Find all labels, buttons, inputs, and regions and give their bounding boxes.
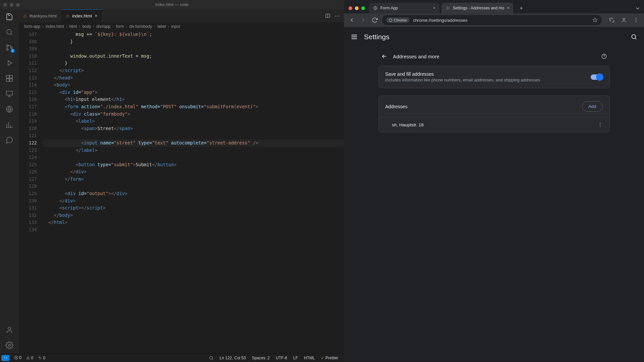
live-share-icon[interactable]: [5, 105, 13, 113]
settings-gear-icon[interactable]: [5, 341, 13, 349]
run-debug-icon[interactable]: [5, 59, 13, 67]
tab-search-icon[interactable]: [635, 5, 641, 11]
svg-point-19: [636, 18, 636, 19]
chrome-toolbar: Chrome chrome://settings/addresses: [344, 13, 644, 27]
traffic-dot[interactable]: [3, 3, 7, 7]
vscode-activity-bar: 3: [0, 9, 19, 353]
status-feedback-icon[interactable]: [209, 356, 214, 360]
vscode-window-controls[interactable]: [3, 3, 20, 7]
toggle-subtitle: Includes information like phone numbers,…: [385, 78, 585, 82]
forward-button[interactable]: [359, 15, 368, 25]
svg-point-13: [40, 357, 40, 358]
close-icon[interactable]: ×: [433, 6, 435, 10]
svg-rect-8: [6, 91, 12, 95]
close-icon[interactable]: ×: [95, 13, 97, 18]
traffic-dot[interactable]: [10, 3, 13, 7]
more-icon[interactable]: ⋯: [334, 13, 340, 19]
status-ports[interactable]: 0: [38, 356, 45, 360]
maximize-window-icon[interactable]: [361, 6, 365, 10]
browser-tab-formapp[interactable]: Form App ×: [369, 3, 439, 13]
back-arrow-icon[interactable]: [381, 53, 388, 60]
status-encoding[interactable]: UTF-8: [276, 356, 287, 360]
breadcrumb-item[interactable]: div.formbody: [129, 24, 152, 29]
minimize-window-icon[interactable]: [355, 6, 359, 10]
breadcrumb-item[interactable]: input: [171, 24, 180, 29]
section-title: Addresses and more: [393, 54, 439, 59]
close-icon[interactable]: ×: [507, 6, 509, 10]
status-formatter[interactable]: Prettier: [321, 356, 338, 360]
editor-tab-index[interactable]: ◇ index.html ×: [61, 9, 102, 22]
comments-icon[interactable]: [5, 136, 13, 144]
address-entry-label: sh, Hauptstr. 18: [392, 122, 424, 127]
source-control-icon[interactable]: 3: [5, 44, 13, 52]
breadcrumb-item[interactable]: form: [116, 24, 124, 29]
chrome-window-controls[interactable]: [348, 6, 365, 10]
more-icon[interactable]: [597, 122, 603, 127]
profile-icon[interactable]: [619, 15, 629, 25]
remote-explorer-icon[interactable]: [5, 90, 13, 98]
vscode-window: index.html — code 3 ◇: [0, 0, 344, 362]
address-entry[interactable]: sh, Hauptstr. 18: [379, 117, 609, 132]
toggle-title: Save and fill addresses: [385, 71, 585, 77]
vscode-status-bar: ⓧ 0 ⚠ 0 0 Ln 122, Col 53 Spaces: 2 UTF-8…: [0, 353, 344, 362]
breadcrumb-item[interactable]: label: [157, 24, 166, 29]
html-file-icon: ◇: [66, 13, 69, 18]
status-cursor[interactable]: Ln 122, Col 53: [220, 356, 246, 360]
graph-icon[interactable]: [5, 121, 13, 129]
site-chip[interactable]: Chrome: [386, 17, 410, 23]
status-errors[interactable]: ⓧ 0: [14, 355, 21, 361]
status-spaces[interactable]: Spaces: 2: [252, 356, 270, 360]
split-editor-icon[interactable]: [325, 13, 330, 18]
chrome-menu-icon[interactable]: [631, 15, 641, 25]
breadcrumb-item[interactable]: form-app: [24, 24, 40, 29]
svg-rect-5: [6, 79, 9, 81]
browser-tab-label: Form App: [380, 6, 430, 10]
close-window-icon[interactable]: [348, 6, 352, 10]
svg-point-17: [389, 19, 392, 21]
svg-point-1: [7, 45, 8, 47]
svg-rect-4: [6, 75, 9, 78]
status-lang[interactable]: HTML: [304, 356, 315, 360]
svg-point-21: [636, 21, 636, 22]
svg-point-14: [210, 356, 212, 359]
browser-tab-settings[interactable]: Settings - Addresses and mo ×: [441, 3, 513, 13]
svg-point-20: [636, 20, 636, 20]
menu-icon[interactable]: [351, 33, 358, 41]
explorer-icon[interactable]: [5, 13, 13, 21]
help-icon[interactable]: [601, 53, 607, 59]
breadcrumb-item[interactable]: index.html: [46, 24, 64, 29]
accounts-icon[interactable]: [5, 326, 13, 334]
save-fill-card: Save and fill addresses Includes informa…: [378, 66, 610, 88]
bookmark-icon[interactable]: [592, 17, 598, 23]
globe-icon: [373, 6, 378, 10]
settings-section-header: Addresses and more: [378, 50, 610, 66]
editor-breadcrumbs[interactable]: form-app›index.html›html›body›div#app›fo…: [19, 22, 344, 31]
traffic-dot[interactable]: [16, 3, 20, 7]
svg-point-10: [8, 327, 11, 330]
code-editor[interactable]: 1071081091101111121131141151161171181191…: [19, 31, 344, 353]
svg-point-26: [599, 126, 600, 127]
html-file-icon: ◇: [23, 13, 27, 18]
search-icon[interactable]: [631, 34, 637, 40]
add-address-button[interactable]: Add: [582, 101, 602, 112]
extensions-icon[interactable]: [5, 74, 13, 82]
address-bar[interactable]: Chrome chrome://settings/addresses: [382, 15, 602, 25]
save-fill-toggle[interactable]: [591, 74, 603, 80]
svg-point-0: [7, 29, 11, 34]
remote-indicator[interactable]: [1, 355, 9, 361]
status-warnings[interactable]: ⚠ 0: [26, 356, 33, 360]
svg-point-22: [632, 35, 636, 39]
new-tab-button[interactable]: ＋: [517, 3, 526, 13]
breadcrumb-item[interactable]: body: [82, 24, 91, 29]
reload-button[interactable]: [370, 15, 379, 25]
back-button[interactable]: [347, 15, 357, 25]
settings-header: Settings: [344, 27, 644, 47]
chrome-viewport: Settings Addresses and more Save and fil…: [344, 27, 644, 362]
editor-tab-thankyou[interactable]: ◇ thankyou.html: [19, 9, 61, 22]
search-icon[interactable]: [5, 28, 13, 36]
svg-point-25: [599, 124, 600, 125]
status-eol[interactable]: LF: [293, 356, 298, 360]
breadcrumb-item[interactable]: html: [69, 24, 77, 29]
breadcrumb-item[interactable]: div#app: [96, 24, 110, 29]
extensions-icon[interactable]: [607, 15, 616, 25]
